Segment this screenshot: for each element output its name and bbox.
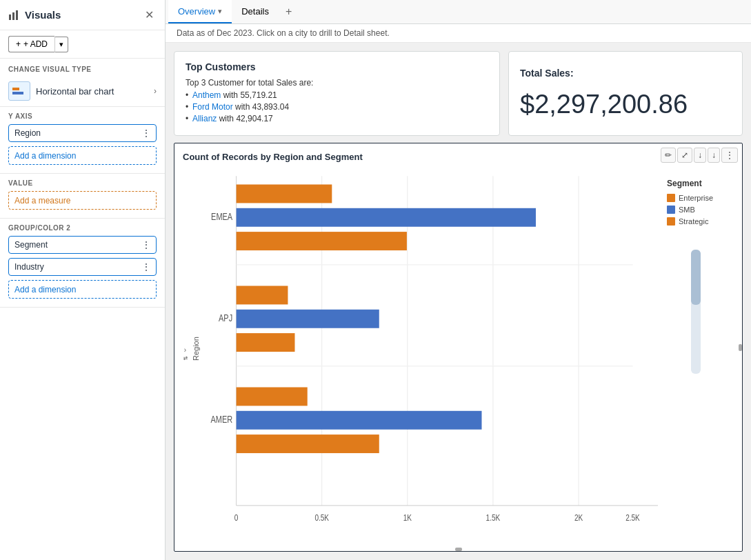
region-dimension-pill[interactable]: Region ⋮	[8, 124, 157, 142]
emea-enterprise-bar[interactable]	[237, 185, 332, 203]
content-area: Top Customers Top 3 Customer for total S…	[166, 43, 751, 560]
enterprise-legend-label: Enterprise	[679, 194, 713, 202]
legend-item-strategic: Strategic	[667, 217, 725, 226]
tab-details[interactable]: Details	[232, 0, 279, 23]
download2-tool-button[interactable]: ↓	[708, 148, 720, 163]
apj-enterprise-bar[interactable]	[237, 286, 288, 305]
svg-text:0: 0	[234, 512, 239, 523]
bar-chart-icon	[8, 9, 21, 21]
group-color-section: GROUP/COLOR 2 Segment ⋮ Industry ⋮ Add a…	[0, 219, 165, 308]
chart-legend: Segment Enterprise SMB Strategic	[661, 172, 730, 236]
legend-item-smb: SMB	[667, 206, 725, 214]
allianz-amount: with 42,904.17	[219, 114, 273, 123]
strategic-color-swatch	[667, 217, 675, 226]
tab-overview[interactable]: Overview ▾	[168, 0, 232, 23]
customer-list: Anthem with 55,719.21 Ford Motor with 43…	[186, 90, 488, 123]
plus-icon: +	[16, 39, 21, 49]
add-tab-button[interactable]: +	[279, 0, 299, 23]
chart-scrollbar-thumb[interactable]	[691, 250, 701, 305]
smb-color-swatch	[667, 206, 675, 214]
resize-handle-right[interactable]	[739, 344, 742, 351]
y-axis-label: Y AXIS	[8, 112, 157, 124]
y-axis-area: › ⇅ Region	[183, 168, 205, 539]
more-tool-button[interactable]: ⋮	[721, 148, 738, 163]
legend-item-enterprise: Enterprise	[667, 194, 725, 202]
apj-smb-bar[interactable]	[237, 310, 379, 328]
tab-overview-arrow[interactable]: ▾	[218, 7, 222, 16]
close-button[interactable]: ✕	[142, 7, 157, 23]
amer-enterprise-bar[interactable]	[237, 388, 308, 406]
add-main-button[interactable]: + + ADD	[8, 36, 54, 52]
smb-legend-label: SMB	[679, 206, 695, 214]
amer-strategic-bar[interactable]	[237, 434, 379, 453]
svg-text:0.5K: 0.5K	[314, 512, 329, 523]
total-sales-title: Total Sales:	[520, 68, 574, 79]
dropdown-arrow-icon: ▾	[59, 40, 63, 48]
add-y-dimension-pill[interactable]: Add a dimension	[8, 146, 157, 165]
apj-label: APJ	[219, 312, 232, 323]
add-dropdown-button[interactable]: ▾	[54, 37, 68, 52]
edit-tool-button[interactable]: ✏	[661, 148, 676, 163]
top-customers-subtitle: Top 3 Customer for total Sales are:	[186, 78, 488, 88]
list-item: Allianz with 42,904.17	[186, 114, 488, 123]
y-axis-arrows: › ⇅	[183, 346, 188, 361]
anthem-amount: with 55,719.21	[223, 90, 277, 100]
svg-text:2.5K: 2.5K	[625, 512, 640, 523]
emea-strategic-bar[interactable]	[237, 232, 407, 250]
chart-svg: EMEA APJ AMER	[205, 168, 658, 539]
expand-tool-button[interactable]: ⤢	[677, 148, 692, 163]
allianz-link[interactable]: Allianz	[192, 114, 217, 123]
industry-dimension-pill[interactable]: Industry ⋮	[8, 258, 157, 276]
anthem-link[interactable]: Anthem	[192, 90, 221, 100]
sort-icon2: ⇅	[182, 356, 188, 361]
svg-text:1.5K: 1.5K	[486, 512, 501, 523]
pill-options-icon[interactable]: ⋮	[142, 128, 150, 138]
ford-link[interactable]: Ford Motor	[192, 102, 233, 112]
add-measure-pill[interactable]: Add a measure	[8, 191, 157, 210]
resize-handle-bottom[interactable]	[455, 548, 462, 551]
segment-options-icon[interactable]: ⋮	[142, 240, 150, 250]
value-label: VALUE	[8, 179, 157, 191]
add-group-dimension-pill[interactable]: Add a dimension	[8, 280, 157, 299]
sidebar: Visuals ✕ + + ADD ▾ CHANGE VISUAL TYPE H…	[0, 0, 166, 560]
group-color-label: GROUP/COLOR 2	[8, 224, 157, 236]
svg-rect-1	[12, 12, 14, 20]
sort-icon: ›	[184, 346, 186, 354]
y-axis-section: Y AXIS Region ⋮ Add a dimension	[0, 107, 165, 174]
top-customers-title: Top Customers	[186, 61, 488, 72]
amer-smb-bar[interactable]	[237, 411, 482, 430]
download1-tool-button[interactable]: ↓	[694, 148, 706, 163]
amer-label: AMER	[211, 413, 233, 425]
change-visual-section-label: CHANGE VISUAL TYPE	[0, 59, 165, 76]
list-item: Anthem with 55,719.21	[186, 90, 488, 100]
chart-body: › ⇅ Region	[183, 168, 734, 539]
top-customers-panel: Top Customers Top 3 Customer for total S…	[174, 51, 500, 136]
svg-rect-4	[12, 88, 19, 90]
apj-strategic-bar[interactable]	[237, 333, 295, 352]
chart-right-panel: Segment Enterprise SMB Strategic	[658, 168, 734, 539]
svg-text:2K: 2K	[574, 512, 583, 523]
chart-type-label: Horizontal bar chart	[36, 86, 114, 97]
change-visual-type-row[interactable]: Horizontal bar chart ›	[0, 76, 165, 107]
chart-panel: ✏ ⤢ ↓ ↓ ⋮ Count of Records by Region and…	[174, 143, 743, 552]
industry-options-icon[interactable]: ⋮	[142, 262, 150, 272]
list-item: Ford Motor with 43,893.04	[186, 102, 488, 112]
sales-amount: $2,297,200.86	[520, 90, 688, 119]
chart-scrollbar[interactable]	[691, 250, 701, 374]
main-area: Overview ▾ Details + Data as of Dec 2023…	[166, 0, 751, 560]
top-panels: Top Customers Top 3 Customer for total S…	[174, 51, 743, 136]
emea-smb-bar[interactable]	[237, 208, 536, 227]
legend-title: Segment	[667, 179, 725, 188]
segment-dimension-pill[interactable]: Segment ⋮	[8, 236, 157, 254]
change-visual-left: Horizontal bar chart	[8, 81, 114, 101]
add-bar: + + ADD ▾	[0, 30, 165, 59]
chart-type-icon	[8, 81, 30, 101]
strategic-legend-label: Strategic	[679, 217, 708, 226]
svg-rect-5	[12, 92, 23, 94]
value-section: VALUE Add a measure	[0, 174, 165, 219]
enterprise-color-swatch	[667, 194, 675, 202]
svg-text:1K: 1K	[403, 512, 412, 523]
tabs-bar: Overview ▾ Details +	[166, 0, 751, 24]
emea-label: EMEA	[211, 210, 232, 222]
chart-svg-container: EMEA APJ AMER	[205, 168, 658, 539]
